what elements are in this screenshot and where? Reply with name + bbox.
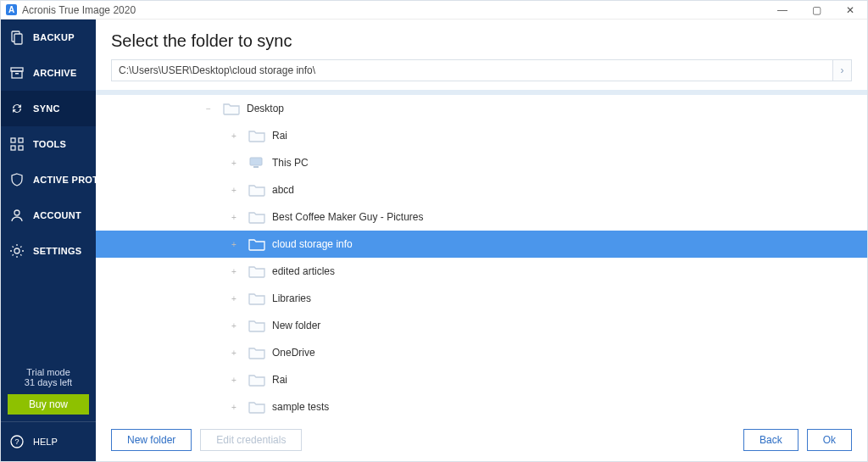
tree-item[interactable]: +This PC [96, 149, 867, 176]
maximize-button[interactable]: ▢ [799, 1, 833, 19]
expand-icon[interactable]: + [231, 348, 240, 358]
sync-icon [9, 101, 25, 116]
path-input[interactable]: C:\Users\USER\Desktop\cloud storage info… [111, 59, 833, 81]
expand-icon[interactable]: + [231, 376, 240, 385]
sidebar-item-label: ARCHIVE [33, 68, 77, 78]
shield-icon [9, 172, 25, 187]
sidebar-item-help[interactable]: ? HELP [1, 421, 96, 461]
expand-icon[interactable]: + [231, 294, 240, 303]
folder-icon [248, 373, 265, 387]
sidebar-item-label: SETTINGS [33, 246, 81, 256]
gear-icon [9, 243, 25, 259]
svg-point-9 [14, 210, 19, 215]
expand-icon[interactable]: + [231, 159, 240, 168]
app-icon: A [6, 4, 17, 15]
sidebar-item-tools[interactable]: TOOLS [1, 126, 96, 162]
tree-item[interactable]: +abcd [96, 176, 867, 203]
expand-icon[interactable]: + [231, 321, 240, 331]
trial-status: Trial mode 31 days left [1, 362, 96, 391]
sidebar-item-backup[interactable]: BACKUP [1, 19, 96, 55]
tree-item-label: New folder [272, 320, 320, 331]
sidebar-item-account[interactable]: ACCOUNT [1, 198, 96, 233]
help-label: HELP [33, 437, 58, 447]
title-bar: A Acronis True Image 2020 — ▢ ✕ [1, 1, 867, 19]
path-go-button[interactable]: › [833, 59, 852, 81]
sidebar-item-label: BACKUP [33, 32, 75, 42]
app-title: Acronis True Image 2020 [22, 4, 136, 16]
new-folder-button[interactable]: New folder [111, 429, 192, 451]
sidebar-item-label: TOOLS [33, 139, 66, 149]
folder-icon [248, 183, 265, 197]
tree-item-label: Libraries [272, 292, 311, 304]
sidebar: BACKUP ARCHIVE SYNC TOOLS ACTIVE PROTECT… [1, 19, 96, 461]
svg-rect-4 [15, 73, 19, 75]
svg-rect-8 [19, 146, 23, 150]
computer-icon [248, 156, 265, 170]
ok-button[interactable]: Ok [807, 429, 852, 451]
svg-rect-13 [250, 158, 262, 165]
tree-item-label: edited articles [272, 265, 335, 277]
sidebar-item-sync[interactable]: SYNC [1, 91, 96, 126]
minimize-button[interactable]: — [765, 1, 799, 19]
expand-icon[interactable]: + [231, 267, 240, 276]
tree-item[interactable]: +edited articles [96, 258, 867, 285]
expand-icon[interactable]: + [231, 403, 240, 412]
back-button[interactable]: Back [743, 429, 798, 451]
tree-item[interactable]: +Best Coffee Maker Guy - Pictures [96, 203, 867, 231]
sidebar-item-active-protection[interactable]: ACTIVE PROTECTION [1, 162, 96, 198]
tree-item-label: cloud storage info [272, 238, 353, 250]
folder-icon [248, 319, 265, 332]
tree-item-label: abcd [272, 184, 294, 196]
tree-item[interactable]: +Rai [96, 122, 867, 149]
tree-item[interactable]: +OneDrive [96, 339, 867, 366]
tree-item[interactable]: +New folder [96, 312, 867, 339]
tree-item-label: sample tests [272, 401, 329, 413]
sidebar-item-label: ACCOUNT [33, 210, 81, 220]
expand-icon[interactable]: + [231, 186, 240, 195]
expand-icon[interactable]: + [231, 240, 240, 249]
tree-item[interactable]: +cloud storage info [96, 231, 867, 258]
expand-icon[interactable]: + [231, 131, 240, 141]
archive-icon [9, 65, 25, 81]
folder-icon [248, 210, 265, 224]
tree-item[interactable]: +Libraries [96, 285, 867, 312]
folder-icon [248, 292, 265, 305]
help-icon: ? [9, 434, 25, 449]
close-button[interactable]: ✕ [833, 1, 867, 19]
tree-root[interactable]: −Desktop [96, 95, 867, 122]
tree-item-label: Rai [272, 374, 287, 386]
folder-icon [248, 237, 265, 251]
folder-icon [248, 129, 265, 142]
svg-point-10 [14, 248, 19, 253]
sidebar-item-settings[interactable]: SETTINGS [1, 233, 96, 269]
svg-rect-6 [19, 138, 23, 142]
folder-icon [248, 264, 265, 278]
trial-line2: 31 days left [1, 377, 96, 387]
tree-item-label: OneDrive [272, 347, 315, 359]
tree-item-label: Best Coffee Maker Guy - Pictures [272, 211, 424, 223]
collapse-icon[interactable]: − [206, 104, 214, 114]
svg-rect-7 [11, 146, 15, 150]
main-panel: Select the folder to sync C:\Users\USER\… [96, 19, 867, 461]
sidebar-item-archive[interactable]: ARCHIVE [1, 55, 96, 91]
svg-rect-14 [253, 166, 259, 168]
edit-credentials-button: Edit credentials [200, 429, 302, 451]
svg-text:?: ? [14, 437, 19, 446]
folder-tree[interactable]: −Desktop+Rai+This PC+abcd+Best Coffee Ma… [96, 95, 867, 420]
buy-now-button[interactable]: Buy now [8, 394, 89, 415]
tree-root-label: Desktop [247, 103, 284, 114]
folder-icon [223, 102, 240, 115]
expand-icon[interactable]: + [231, 213, 240, 222]
tree-item-label: This PC [272, 157, 309, 169]
tree-item-label: Rai [272, 130, 287, 142]
account-icon [9, 208, 25, 223]
tree-item[interactable]: +Rai [96, 366, 867, 393]
svg-rect-5 [11, 138, 15, 142]
page-title: Select the folder to sync [96, 19, 867, 59]
folder-icon [248, 346, 265, 359]
trial-line1: Trial mode [1, 367, 96, 377]
tree-item[interactable]: +sample tests [96, 393, 867, 420]
svg-rect-3 [12, 71, 22, 78]
tools-icon [9, 136, 25, 152]
svg-rect-1 [14, 34, 22, 44]
